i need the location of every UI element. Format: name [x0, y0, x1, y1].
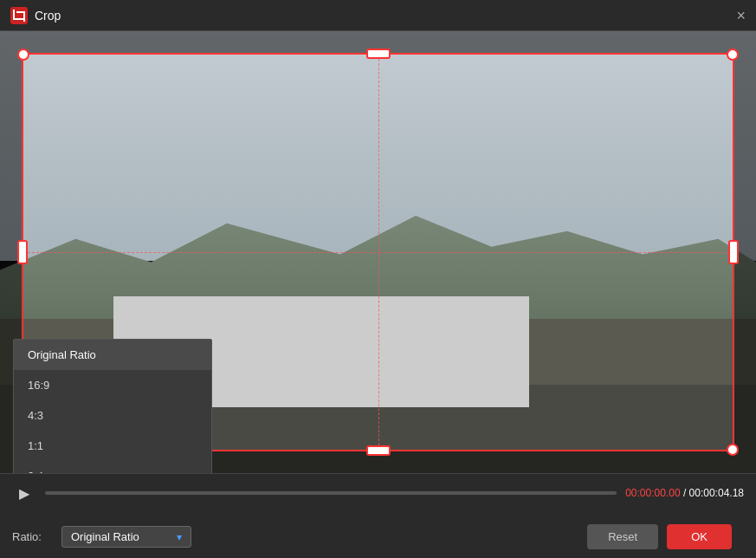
handle-bottom-center[interactable]: [366, 445, 391, 456]
handle-top-left[interactable]: [17, 49, 29, 61]
playback-row: ▶ 00:00:00.00 / 00:00:04.18: [0, 474, 756, 512]
dropdown-item-original[interactable]: Original Ratio: [14, 340, 211, 370]
app-icon: [10, 7, 28, 24]
dropdown-item-1-1[interactable]: 1:1: [14, 431, 211, 461]
dropdown-item-16-9[interactable]: 16:9: [14, 370, 211, 400]
ratio-dropdown-menu: Original Ratio 16:9 4:3 1:1 3:4 9:16: [13, 339, 212, 473]
crop-vertical-line: [378, 55, 379, 450]
handle-top-right[interactable]: [727, 49, 739, 61]
title-bar-left: Crop: [10, 7, 61, 24]
ratio-selected-value: Original Ratio: [71, 530, 139, 543]
title-bar: Crop ×: [0, 0, 756, 31]
progress-bar[interactable]: [45, 491, 617, 495]
close-button[interactable]: ×: [736, 8, 746, 23]
ratio-select[interactable]: Original Ratio ▾: [61, 526, 191, 548]
bottom-bar: Ratio: Original Ratio ▾ Reset OK: [0, 512, 756, 558]
canvas-area: Original Ratio 16:9 4:3 1:1 3:4 9:16: [0, 31, 756, 473]
play-button[interactable]: ▶: [12, 481, 36, 505]
dropdown-item-3-4[interactable]: 3:4: [14, 461, 211, 473]
ratio-label: Ratio:: [12, 530, 51, 543]
page-title: Crop: [35, 9, 61, 23]
ok-button[interactable]: OK: [667, 524, 732, 549]
action-buttons: Reset OK: [575, 519, 744, 555]
time-current: 00:00:00.00: [625, 487, 680, 499]
handle-middle-left[interactable]: [17, 240, 28, 264]
chevron-down-icon: ▾: [177, 531, 182, 543]
time-total: 00:00:04.18: [689, 487, 744, 499]
time-display: 00:00:00.00 / 00:00:04.18: [625, 487, 744, 499]
bottom-controls: ▶ 00:00:00.00 / 00:00:04.18 Ratio: Origi…: [0, 473, 756, 558]
handle-top-center[interactable]: [366, 49, 391, 59]
time-separator: /: [681, 487, 689, 499]
handle-bottom-right[interactable]: [727, 444, 739, 456]
dropdown-item-4-3[interactable]: 4:3: [14, 400, 211, 431]
reset-button[interactable]: Reset: [587, 524, 658, 549]
handle-middle-right[interactable]: [728, 240, 739, 264]
